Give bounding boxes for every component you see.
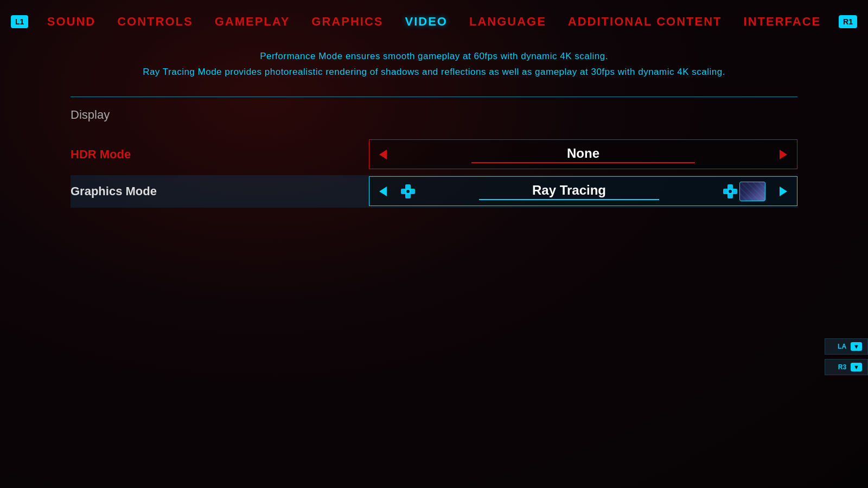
- dpad-left-icon: [401, 184, 415, 198]
- left-arrow-icon: [379, 150, 387, 159]
- nav-bar: L1 SOUND CONTROLS GAMEPLAY GRAPHICS VIDE…: [0, 0, 868, 43]
- dpad-left-area: [397, 184, 419, 198]
- nav-item-additional-content[interactable]: ADDITIONAL CONTENT: [568, 15, 722, 29]
- right-arrow-icon: [780, 150, 787, 159]
- description-area: Performance Mode ensures smooth gameplay…: [0, 43, 868, 86]
- r3-button[interactable]: R3 ▼: [825, 359, 868, 375]
- la-badge: ▼: [851, 342, 862, 351]
- graphics-mode-selector[interactable]: Ray Tracing: [369, 176, 797, 206]
- graphics-mode-row: Graphics Mode Ray Tracing: [71, 175, 797, 208]
- description-line-1: Performance Mode ensures smooth gameplay…: [54, 49, 814, 65]
- section-divider: [71, 97, 797, 97]
- nav-item-video[interactable]: VIDEO: [405, 15, 447, 29]
- la-label: LA: [838, 343, 846, 350]
- nav-item-gameplay[interactable]: GAMEPLAY: [215, 15, 290, 29]
- graphics-mode-value: Ray Tracing: [419, 183, 719, 200]
- left-arrow-cyan-icon: [379, 187, 387, 196]
- r1-button[interactable]: R1: [839, 15, 857, 28]
- hdr-mode-prev-button[interactable]: [369, 140, 397, 169]
- r3-badge: ▼: [851, 363, 862, 371]
- nav-item-graphics[interactable]: GRAPHICS: [311, 15, 383, 29]
- nav-item-controls[interactable]: CONTROLS: [117, 15, 193, 29]
- graphics-mode-prev-button[interactable]: [369, 177, 397, 206]
- svg-point-2: [406, 190, 410, 193]
- nav-item-sound[interactable]: SOUND: [47, 15, 95, 29]
- l1-button[interactable]: L1: [11, 15, 28, 28]
- hdr-mode-next-button[interactable]: [770, 140, 797, 169]
- right-arrow-cyan-icon: [780, 187, 787, 196]
- graphics-mode-label: Graphics Mode: [71, 184, 369, 198]
- hdr-mode-label: HDR Mode: [71, 147, 369, 162]
- dpad-right-icon: [723, 184, 737, 198]
- gamepad-right-area: [719, 182, 770, 201]
- svg-point-5: [729, 190, 732, 193]
- settings-area: Display HDR Mode None Graphics Mode: [71, 97, 797, 208]
- section-title: Display: [71, 108, 797, 122]
- hdr-mode-selector[interactable]: None: [369, 139, 797, 169]
- hdr-mode-value: None: [397, 146, 770, 163]
- la-button[interactable]: LA ▼: [825, 338, 868, 355]
- description-line-2: Ray Tracing Mode provides photorealistic…: [54, 65, 814, 80]
- graphics-mode-next-button[interactable]: [770, 177, 797, 206]
- nav-item-language[interactable]: LANGUAGE: [469, 15, 546, 29]
- bottom-right-buttons: LA ▼ R3 ▼: [825, 338, 868, 380]
- r3-label: R3: [838, 363, 846, 371]
- nav-item-interface[interactable]: INTERFACE: [744, 15, 821, 29]
- hdr-mode-row: HDR Mode None: [71, 138, 797, 171]
- graphics-preview-thumbnail: [739, 182, 765, 201]
